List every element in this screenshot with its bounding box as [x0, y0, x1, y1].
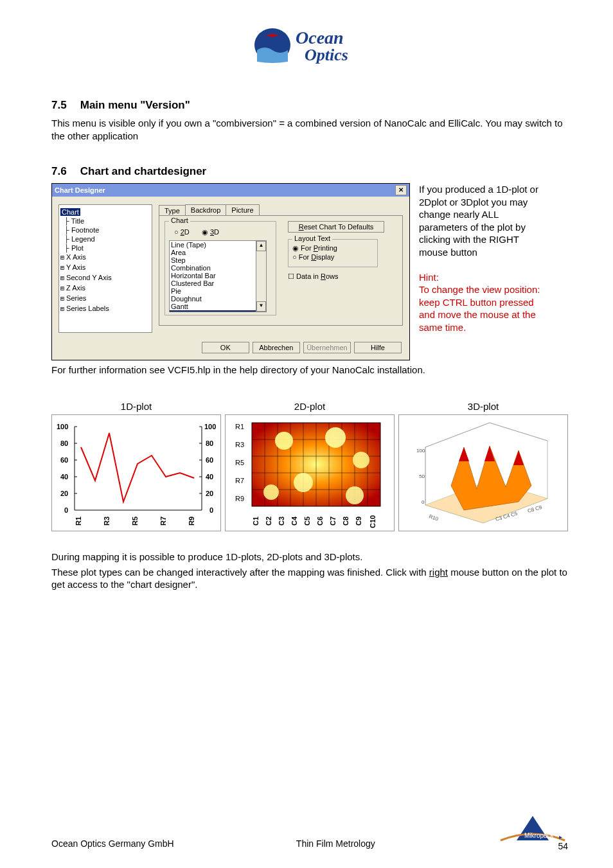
svg-text:R7: R7 [159, 517, 167, 526]
tab-type[interactable]: Type [159, 205, 186, 216]
radio-2d[interactable]: ○ 2D [174, 228, 190, 236]
svg-text:Mikropack: Mikropack [524, 832, 555, 839]
svg-marker-74 [513, 450, 524, 465]
svg-text:100: 100 [416, 448, 425, 454]
chart-type-listbox[interactable]: Line (Tape) Area Step Combination Horizo… [169, 240, 267, 312]
chart-type-group: Chart ○ 2D ◉ 3D Line (Tape) Area Step Co… [164, 221, 276, 315]
tree-item-yaxis[interactable]: ⊞ Y Axis [60, 263, 150, 273]
tree-item-xaxis[interactable]: ⊞ X Axis [60, 252, 150, 263]
tree-item-zaxis[interactable]: ⊞ Z Axis [60, 283, 150, 294]
help-button[interactable]: Hilfe [354, 342, 402, 353]
svg-text:40: 40 [60, 473, 68, 481]
tree-root[interactable]: Chart [60, 208, 80, 216]
chart-designer-window: Chart Designer ✕ Chart ├ Title ├ Footnot… [51, 183, 410, 360]
tree-item-title[interactable]: ├ Title [60, 217, 150, 226]
svg-point-51 [294, 473, 313, 492]
svg-text:R9: R9 [235, 495, 244, 502]
svg-text:▸: ▸ [559, 833, 562, 840]
plot-2d: R1R3 R5R7 R9 C1 C2 C3 C4 C5 C6 C7 [225, 414, 395, 531]
scroll-down-icon[interactable]: ▼ [256, 301, 266, 312]
svg-text:0: 0 [209, 506, 213, 514]
plot-1d-title: 1D-plot [51, 401, 221, 412]
tree-item-series-labels[interactable]: ⊞ Series Labels [60, 304, 150, 314]
svg-text:80: 80 [60, 439, 68, 447]
svg-text:80: 80 [206, 439, 213, 447]
chart-group-legend: Chart [169, 217, 190, 224]
listbox-scrollbar[interactable]: ▲ ▼ [256, 241, 266, 312]
tree-item-legend[interactable]: ├ Legend [60, 235, 150, 244]
chart-tree[interactable]: Chart ├ Title ├ Footnote ├ Legend ├ Plot… [58, 204, 152, 333]
svg-text:Ocean: Ocean [296, 28, 344, 48]
svg-text:R1: R1 [235, 423, 244, 430]
below-plots-line1: During mapping it is possible to produce… [51, 551, 568, 563]
svg-text:50: 50 [419, 474, 425, 479]
svg-text:20: 20 [206, 490, 213, 497]
svg-text:Optics: Optics [305, 46, 348, 64]
tab-backdrop[interactable]: Backdrop [185, 204, 226, 215]
svg-marker-73 [484, 446, 495, 461]
layout-text-legend: Layout Text [292, 235, 332, 242]
ok-button[interactable]: OK [202, 342, 249, 353]
svg-text:C3: C3 [278, 517, 285, 526]
svg-text:R3: R3 [235, 441, 244, 448]
radio-for-printing[interactable]: ◉ For Printing [292, 244, 373, 252]
svg-text:C4: C4 [290, 516, 298, 526]
apply-button[interactable]: Übernehmen [303, 342, 351, 353]
svg-text:0: 0 [64, 506, 68, 514]
close-icon[interactable]: ✕ [395, 185, 407, 195]
svg-text:C8 C9: C8 C9 [527, 504, 543, 514]
svg-text:C10: C10 [369, 515, 377, 528]
svg-text:R9: R9 [188, 517, 195, 526]
after-cd-text: For further information see VCFI5.hlp in… [51, 364, 568, 375]
svg-text:100: 100 [204, 423, 216, 430]
tree-item-plot[interactable]: ├ Plot [60, 244, 150, 252]
svg-text:C6: C6 [316, 517, 324, 526]
layout-text-group: Layout Text ◉ For Printing ○ For Display [288, 239, 378, 267]
svg-point-53 [346, 486, 364, 504]
svg-line-77 [490, 423, 547, 441]
hint-text: To change the view position: keep CTRL b… [419, 283, 541, 333]
section-7-5-text: This menu is visible only if you own a "… [51, 117, 568, 142]
radio-3d[interactable]: ◉ 3D [202, 228, 219, 236]
cancel-button[interactable]: Abbrechen [253, 342, 300, 353]
tree-item-second-yaxis[interactable]: ⊞ Second Y Axis [60, 273, 150, 283]
svg-text:C5: C5 [303, 517, 311, 526]
tree-item-series[interactable]: ⊞ Series [60, 294, 150, 304]
svg-text:R10: R10 [428, 513, 439, 522]
footer-center: Thin Film Metrology [296, 838, 375, 849]
svg-text:R3: R3 [103, 517, 111, 526]
radio-for-display[interactable]: ○ For Display [292, 253, 373, 261]
scroll-up-icon[interactable]: ▲ [256, 241, 266, 251]
section-7-6-heading: 7.6 Chart and chartdesigner [51, 165, 568, 178]
svg-text:C1: C1 [252, 517, 260, 526]
svg-point-52 [263, 484, 279, 500]
window-title: Chart Designer [55, 186, 105, 194]
svg-text:C7: C7 [329, 517, 337, 526]
tab-picture[interactable]: Picture [226, 204, 259, 215]
svg-marker-72 [459, 447, 469, 461]
ocean-optics-logo: Ocean Optics [51, 19, 568, 73]
reset-chart-button[interactable]: Reset Chart To Defaults [288, 221, 384, 233]
side-paragraph: If you produced a 1D-plot or 2Dplot or 3… [419, 183, 541, 258]
svg-text:C8: C8 [342, 517, 350, 526]
svg-text:40: 40 [206, 473, 213, 481]
plot-1d: 100100 8080 6060 4040 2020 00 [51, 414, 221, 531]
section-7-5-heading: 7.5 Main menu "Version" [51, 99, 568, 112]
svg-point-49 [325, 427, 346, 448]
svg-text:60: 60 [60, 456, 68, 464]
hint-label: Hint: [419, 271, 541, 284]
svg-line-76 [425, 423, 490, 447]
tree-item-footnote[interactable]: ├ Footnote [60, 226, 150, 235]
plot-2d-title: 2D-plot [225, 401, 395, 412]
plot-3d-title: 3D-plot [398, 401, 568, 412]
svg-text:R1: R1 [75, 517, 82, 526]
plot-3d: 100 50 0 R10 C8 C9 C3 C4 C5 [398, 414, 568, 531]
svg-text:R5: R5 [235, 459, 244, 466]
page-number: 54 [558, 841, 568, 851]
svg-text:100: 100 [57, 423, 68, 430]
svg-text:R7: R7 [235, 477, 244, 484]
checkbox-data-in-rows[interactable]: ☐ Data in Rows [288, 272, 397, 281]
svg-point-50 [353, 452, 369, 468]
svg-point-48 [275, 432, 293, 450]
svg-text:R5: R5 [131, 517, 139, 526]
